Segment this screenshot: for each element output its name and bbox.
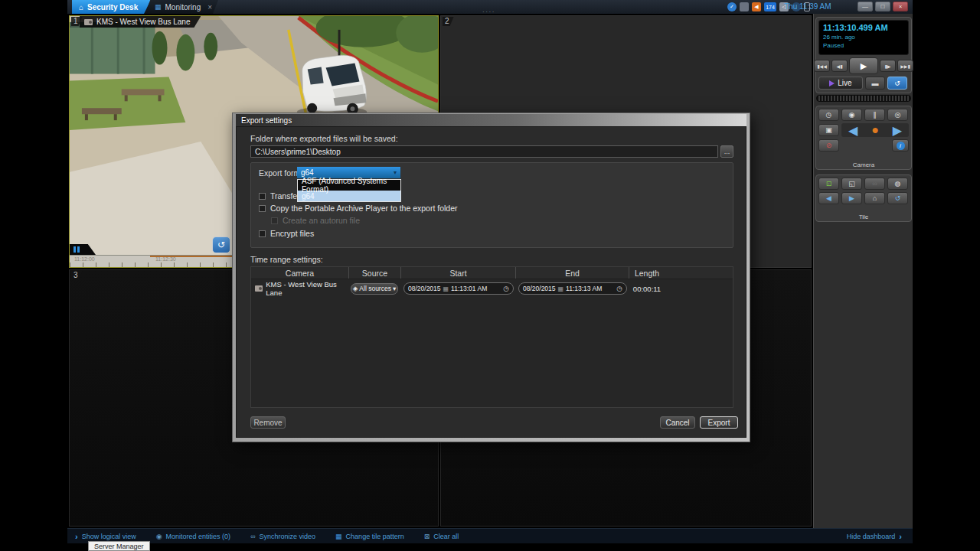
- camera-info-button[interactable]: i: [892, 139, 909, 152]
- clear-all-link[interactable]: ⊠ Clear all: [424, 533, 459, 540]
- calendar-icon[interactable]: ▦: [443, 285, 449, 292]
- header-start: Start: [401, 267, 516, 279]
- step-back-button[interactable]: ◀▮: [831, 60, 848, 72]
- slow-motion-button[interactable]: ∥: [864, 109, 885, 121]
- time-range-label: Time range settings:: [250, 255, 323, 264]
- fast-forward-button[interactable]: ▶▶▮: [897, 60, 913, 72]
- hide-dashboard-link[interactable]: Hide dashboard ›: [847, 532, 902, 541]
- tab-security-desk-label: Security Desk: [87, 3, 138, 11]
- clear-all-label: Clear all: [433, 533, 459, 540]
- ptz-right-icon[interactable]: ▶: [893, 123, 902, 138]
- desktop: ⌂ Security Desk ▦ Monitoring × ∙∙∙∙ ✓ ◀ …: [0, 0, 980, 551]
- tab-security-desk[interactable]: ⌂ Security Desk: [72, 0, 150, 14]
- browse-button[interactable]: ...: [720, 145, 733, 158]
- timeline-tick-label: 11:12:00: [74, 256, 95, 262]
- rewind-button[interactable]: ▮◀◀: [814, 60, 830, 72]
- ptz-control-group: ◀ ● ▶: [841, 123, 909, 137]
- tile-3-number: 3: [71, 271, 83, 280]
- start-datetime-field[interactable]: 08/20/2015 ▦ 11:13:01 AM ◷: [403, 282, 514, 295]
- minimize-button[interactable]: —: [858, 2, 873, 11]
- clock-icon[interactable]: ◷: [616, 285, 622, 292]
- tray-shield-icon[interactable]: ✓: [727, 2, 737, 11]
- transfer-checkbox[interactable]: [259, 193, 266, 200]
- autorun-checkbox-row: Create an autorun file: [271, 216, 360, 225]
- monitoring-icon: ▦: [155, 3, 162, 11]
- end-datetime-field[interactable]: 08/20/2015 ▦ 11:13:13 AM ◷: [518, 282, 627, 295]
- header-end: End: [516, 267, 629, 279]
- table-header: Camera Source Start End Length: [251, 267, 733, 279]
- bottom-action-bar: › Show logical view ◉ Monitored entities…: [67, 528, 913, 543]
- tile-2-number: 2: [443, 17, 454, 26]
- tile-home-button[interactable]: ⌂: [864, 192, 885, 204]
- calendar-icon[interactable]: ▦: [558, 285, 564, 292]
- restore-button[interactable]: □: [875, 2, 890, 11]
- tile-section-label: Tile: [816, 214, 911, 220]
- block-camera-button[interactable]: ⊘: [818, 139, 839, 152]
- dome-camera-button[interactable]: ◍: [887, 178, 908, 190]
- chevron-down-icon: ▾: [393, 285, 396, 292]
- autorun-label: Create an autorun file: [283, 216, 360, 225]
- chevron-down-icon: ▾: [394, 169, 397, 176]
- ptz-ball-icon[interactable]: ●: [871, 123, 879, 137]
- encrypt-checkbox[interactable]: [259, 230, 266, 237]
- step-forward-button[interactable]: ▮▶: [880, 60, 896, 72]
- system-clock[interactable]: Thu 11:39 AM: [784, 2, 831, 11]
- table-row[interactable]: KMS - West View Bus Lane ◈ All sources ▾…: [251, 279, 733, 298]
- change-tile-pattern-link[interactable]: ▦ Change tile pattern: [335, 533, 404, 540]
- export-settings-dialog: Export settings Folder where exported fi…: [232, 112, 750, 442]
- archive-mode-button[interactable]: ▬: [865, 77, 885, 90]
- source-value: All sources: [359, 285, 391, 292]
- loop-mode-button[interactable]: ↺: [887, 77, 907, 90]
- close-button[interactable]: ×: [893, 2, 908, 11]
- folder-input[interactable]: C:\Users\prime1\Desktop: [250, 145, 718, 158]
- digital-zoom-button[interactable]: ▣: [818, 124, 839, 136]
- show-logical-view-link[interactable]: › Show logical view: [75, 532, 136, 541]
- taskbar-server-manager[interactable]: Server Manager: [88, 541, 150, 551]
- ptz-left-icon[interactable]: ◀: [848, 123, 858, 138]
- camera-name-plate: KMS - West View Bus Lane: [80, 16, 201, 28]
- monitor-tile-button[interactable]: ◱: [841, 178, 862, 190]
- go-to-time-button[interactable]: ◷: [818, 109, 839, 121]
- remove-button[interactable]: Remove: [250, 416, 286, 429]
- live-button[interactable]: Live: [818, 77, 863, 90]
- format-option-asf[interactable]: ASF (Advanced Systems Format): [298, 180, 400, 191]
- speed-slider[interactable]: [816, 95, 911, 102]
- camera-icon: [84, 19, 93, 25]
- live-arrow-icon: [829, 80, 835, 86]
- copy-player-checkbox[interactable]: [259, 205, 266, 212]
- tab-monitoring[interactable]: ▦ Monitoring ×: [144, 0, 218, 14]
- cancel-button[interactable]: Cancel: [660, 416, 695, 429]
- playback-display: 11:13:10.499 AM 26 min. ago Paused: [818, 20, 909, 55]
- change-tile-pattern-label: Change tile pattern: [346, 533, 404, 540]
- show-logical-view-label: Show logical view: [82, 533, 136, 540]
- copy-player-checkbox-row: Copy the Portable Archive Player to the …: [259, 204, 458, 213]
- monitored-entities-link[interactable]: ◉ Monitored entities (0): [156, 533, 230, 540]
- fullscreen-tile-button[interactable]: ⊡: [818, 178, 839, 190]
- playback-state: Paused: [823, 42, 904, 49]
- tray-speaker-icon[interactable]: ◀: [752, 2, 761, 11]
- play-button[interactable]: ▶: [849, 57, 878, 74]
- playback-relative-time: 26 min. ago: [823, 34, 904, 41]
- source-icon: ◈: [353, 285, 358, 292]
- start-time: 11:13:01 AM: [451, 285, 487, 292]
- transport-controls: ▮◀◀ ◀▮ ▶ ▮▶ ▶▶▮: [818, 57, 909, 74]
- export-button[interactable]: Export: [700, 416, 738, 429]
- tile-refresh-button[interactable]: ↺: [887, 192, 908, 204]
- tile-back-button[interactable]: ◀: [818, 192, 839, 204]
- instant-replay-button[interactable]: ↺: [212, 236, 230, 253]
- clock-icon[interactable]: ◷: [503, 285, 509, 292]
- tray-display-icon[interactable]: [740, 2, 749, 11]
- live-label: Live: [838, 79, 851, 87]
- close-tab-icon[interactable]: ×: [207, 3, 212, 11]
- search-tile-button[interactable]: ∞: [864, 178, 885, 190]
- snapshot-button[interactable]: ◉: [841, 109, 862, 121]
- source-dropdown[interactable]: ◈ All sources ▾: [351, 283, 398, 295]
- synchronize-video-link[interactable]: ∞ Synchronize video: [250, 533, 315, 540]
- tray-badge[interactable]: 174: [764, 2, 776, 11]
- tile-forward-button[interactable]: ▶: [841, 192, 862, 204]
- time-range-table: Camera Source Start End Length KMS - Wes…: [250, 266, 733, 408]
- record-button[interactable]: ◎: [887, 109, 908, 121]
- row-camera-name: KMS - West View Bus Lane: [266, 280, 349, 297]
- playback-widget: 11:13:10.499 AM 26 min. ago Paused ▮◀◀ ◀…: [815, 17, 912, 93]
- window-controls: — □ ×: [858, 2, 908, 11]
